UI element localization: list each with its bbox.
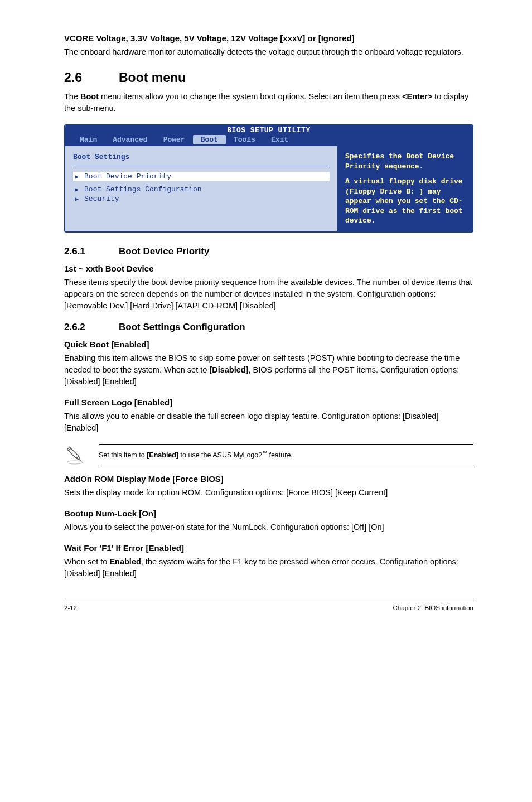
bios-item-boot-priority[interactable]: ▶ Boot Device Priority <box>73 172 330 181</box>
bold: Boot <box>80 92 99 101</box>
vcore-heading: VCORE Voltage, 3.3V Voltage, 5V Voltage,… <box>64 33 473 43</box>
bios-item-boot-settings-config[interactable]: ▶ Boot Settings Configuration <box>73 185 330 194</box>
tab-power[interactable]: Power <box>156 135 193 144</box>
wait-f1-body: When set to Enabled, the system waits fo… <box>64 556 473 579</box>
section-2-6-2-header: 2.6.2 Boot Settings Configuration <box>64 322 473 333</box>
section-number: 2.6 <box>64 70 119 85</box>
vcore-body: The onboard hardware monitor automatical… <box>64 46 473 58</box>
note-text: Set this item to [Enabled] to use the AS… <box>99 444 473 465</box>
bios-item-security[interactable]: ▶ Security <box>73 194 330 204</box>
bold: Enabled <box>109 557 141 566</box>
section-2-6-1-header: 2.6.1 Boot Device Priority <box>64 246 473 257</box>
bios-body: Boot Settings ▶ Boot Device Priority ▶ B… <box>65 146 472 231</box>
text: The <box>64 92 80 101</box>
svg-rect-0 <box>69 448 79 458</box>
trademark: ™ <box>262 450 267 456</box>
caret-right-icon: ▶ <box>75 173 79 180</box>
text: Set this item to <box>99 451 147 459</box>
subsection-title: Boot Device Priority <box>119 246 210 257</box>
tab-exit[interactable]: Exit <box>263 135 296 144</box>
subsection-title: Boot Settings Configuration <box>119 322 245 333</box>
bios-right-help: Specifies the Boot Device Priority seque… <box>338 146 472 231</box>
text: feature. <box>267 451 293 459</box>
subsection-number: 2.6.2 <box>64 322 119 333</box>
note-callout: Set this item to [Enabled] to use the AS… <box>64 444 473 465</box>
bios-help-text-1: Specifies the Boot Device Priority seque… <box>345 152 466 171</box>
bold: [Disabled] <box>209 365 248 374</box>
section-2-6-header: 2.6 Boot menu <box>64 70 473 85</box>
full-screen-logo-body: This allows you to enable or disable the… <box>64 410 473 434</box>
footer-page-number: 2-12 <box>64 605 77 611</box>
full-screen-logo-heading: Full Screen Logo [Enabled] <box>64 398 473 407</box>
bios-title: BIOS SETUP UTILITY <box>65 125 472 135</box>
bios-item-label: Boot Device Priority <box>84 172 171 181</box>
tab-tools[interactable]: Tools <box>226 135 263 144</box>
boot-device-heading: 1st ~ xxth Boot Device <box>64 264 473 273</box>
bold: <Enter> <box>402 92 432 101</box>
divider <box>73 166 330 166</box>
addon-rom-body: Sets the display mode for option ROM. Co… <box>64 487 473 499</box>
tab-main[interactable]: Main <box>72 135 105 144</box>
addon-rom-heading: AddOn ROM Display Mode [Force BIOS] <box>64 474 473 484</box>
bios-window: BIOS SETUP UTILITY Main Advanced Power B… <box>64 124 473 233</box>
quick-boot-body: Enabling this item allows the BIOS to sk… <box>64 352 473 388</box>
bios-panel-label: Boot Settings <box>73 152 330 162</box>
bios-item-label: Security <box>84 195 119 203</box>
boot-device-body: These items specify the boot device prio… <box>64 277 473 312</box>
boot-menu-body: The Boot menu items allow you to change … <box>64 91 473 114</box>
text: menu items allow you to change the syste… <box>99 92 402 101</box>
wait-f1-heading: Wait For 'F1' If Error [Enabled] <box>64 543 473 553</box>
caret-right-icon: ▶ <box>75 186 79 193</box>
footer-chapter: Chapter 2: BIOS information <box>393 605 473 611</box>
text: to use the ASUS MyLogo2 <box>178 451 262 459</box>
bios-screenshot: BIOS SETUP UTILITY Main Advanced Power B… <box>64 124 473 233</box>
pencil-icon <box>64 444 85 465</box>
page: VCORE Voltage, 3.3V Voltage, 5V Voltage,… <box>0 0 532 634</box>
tab-boot[interactable]: Boot <box>193 135 226 144</box>
bootup-numlock-body: Allows you to select the power-on state … <box>64 521 473 533</box>
bootup-numlock-heading: Bootup Num-Lock [On] <box>64 509 473 518</box>
text: When set to <box>64 557 109 566</box>
quick-boot-heading: Quick Boot [Enabled] <box>64 340 473 349</box>
tab-advanced[interactable]: Advanced <box>105 135 155 144</box>
svg-rect-2 <box>67 447 71 451</box>
bold: [Enabled] <box>147 451 178 459</box>
bios-tabs: Main Advanced Power Boot Tools Exit <box>65 135 472 146</box>
page-footer: 2-12 Chapter 2: BIOS information <box>64 601 473 611</box>
caret-right-icon: ▶ <box>75 196 79 202</box>
section-title: Boot menu <box>119 70 186 85</box>
svg-point-3 <box>67 461 83 464</box>
bios-left-panel: Boot Settings ▶ Boot Device Priority ▶ B… <box>65 146 338 231</box>
bios-help-text-2: A virtual floppy disk drive (Floppy Driv… <box>345 177 466 226</box>
subsection-number: 2.6.1 <box>64 246 119 257</box>
bios-item-label: Boot Settings Configuration <box>84 185 202 194</box>
